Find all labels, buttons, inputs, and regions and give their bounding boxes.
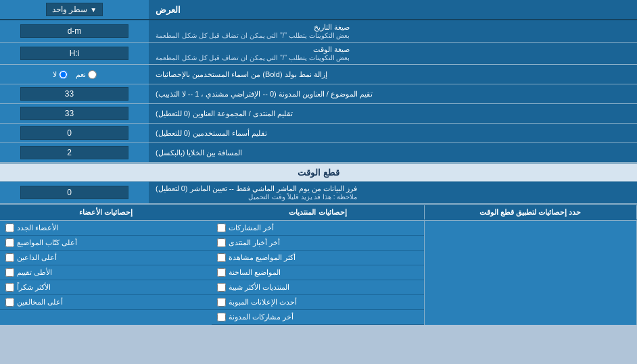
time-format-title: صيغة الوقت: [156, 45, 350, 54]
bold-radio-no-text: لا: [53, 70, 57, 79]
stats-post-check-1[interactable]: [217, 224, 226, 232]
stats-member-check-3[interactable]: [5, 253, 14, 262]
time-cutoff-input-container: [0, 182, 149, 203]
stats-member-check-2[interactable]: [5, 238, 14, 247]
stats-member-item-1: الأعضاء الجدد: [0, 221, 212, 236]
stats-post-item-4: المواضيع الساخنة: [212, 265, 423, 280]
single-line-dropdown-container: ▼ سطر واحد: [0, 0, 149, 19]
cell-spacing-input[interactable]: [20, 146, 128, 159]
time-cutoff-main: فرز البيانات من يوم الماشر الماشي فقط --…: [156, 184, 357, 193]
bold-remove-radio-container: نعم لا: [0, 65, 149, 84]
time-cutoff-label: فرز البيانات من يوم الماشر الماشي فقط --…: [149, 182, 637, 203]
stats-post-check-6[interactable]: [217, 298, 226, 307]
stats-limit-label: حدد إحصائيات لتطبيق قطع الوقت: [425, 205, 637, 219]
topic-order-label: تقيم الموضوع / العناوين المدونة (0 -- ال…: [149, 84, 637, 103]
time-format-input-container: [0, 43, 149, 64]
stats-post-label-1: أخر المشاركات: [229, 224, 274, 232]
stats-member-label-4: الأطى تقييم: [17, 268, 52, 277]
date-format-title: صيغة التاريخ: [156, 23, 350, 32]
stats-post-item-3: أكثر المواضيع مشاهدة: [212, 251, 423, 265]
time-format-sublabel: بعض التكوينات يتطلب "/" التي يمكن ان تضا…: [156, 54, 350, 61]
stats-body: أخر المشاركات أخر أخبار المنتدى أكثر الم…: [0, 221, 637, 325]
stats-member-item-2: أعلى كتّاب المواضيع: [0, 236, 212, 251]
stats-post-check-5[interactable]: [217, 283, 226, 292]
cell-spacing-input-container: [0, 143, 149, 162]
single-line-dropdown[interactable]: ▼ سطر واحد: [46, 3, 103, 16]
stats-member-label-6: أعلى المخالفين: [17, 298, 63, 307]
stats-post-item-2: أخر أخبار المنتدى: [212, 236, 423, 251]
stats-post-item-7: أخر مشاركات المدونة: [212, 310, 423, 325]
stats-post-item-1: أخر المشاركات: [212, 221, 423, 236]
stats-member-check-6[interactable]: [5, 298, 14, 307]
bold-radio-yes-label[interactable]: نعم: [76, 70, 97, 79]
stats-posts-header: إحصائيات المنتديات: [212, 205, 424, 219]
stats-post-label-4: المواضيع الساخنة: [229, 268, 281, 277]
stats-member-label-5: الأكثر شكراً: [17, 283, 51, 292]
stats-member-item-3: أعلى الداعين: [0, 251, 212, 265]
stats-members-header: إحصائيات الأعضاء: [0, 205, 212, 219]
time-cutoff-input[interactable]: [20, 186, 128, 199]
stats-post-label-3: أكثر المواضيع مشاهدة: [229, 253, 296, 262]
dropdown-arrow-icon: ▼: [90, 6, 97, 14]
bold-radio-yes-text: نعم: [76, 70, 86, 79]
user-names-label: تقليم أسماء المستخدمين (0 للتعطيل): [149, 124, 637, 142]
bold-radio-no-label[interactable]: لا: [53, 70, 68, 79]
time-format-input[interactable]: [20, 47, 128, 60]
stats-member-item-4: الأطى تقييم: [0, 265, 212, 280]
topic-order-input-container: [0, 84, 149, 103]
bold-radio-no[interactable]: [59, 70, 68, 79]
stats-post-label-7: أخر مشاركات المدونة: [229, 313, 293, 321]
time-cutoff-header: قطع الوقت: [0, 163, 637, 182]
stats-headers: حدد إحصائيات لتطبيق قطع الوقت إحصائيات ا…: [0, 205, 637, 221]
stats-post-check-3[interactable]: [217, 253, 226, 262]
forum-order-input[interactable]: [20, 107, 128, 120]
forum-order-input-container: [0, 104, 149, 123]
stats-member-label-1: الأعضاء الجدد: [17, 224, 58, 232]
stats-post-check-7[interactable]: [217, 313, 226, 321]
date-format-sublabel: بعض التكوينات يتطلب "/" التي يمكن ان تضا…: [156, 32, 350, 39]
stats-post-item-5: المنتديات الأكثر شبية: [212, 280, 423, 295]
stats-post-label-6: أحدث الإعلانات المبوبة: [229, 298, 297, 307]
forum-order-label: تقليم المنتدى / المجموعة العناوين (0 للت…: [149, 104, 637, 123]
stats-post-check-4[interactable]: [217, 268, 226, 277]
stats-member-item-6: أعلى المخالفين: [0, 295, 212, 310]
stats-posts-col: أخر المشاركات أخر أخبار المنتدى أكثر الم…: [212, 221, 424, 325]
stats-member-check-4[interactable]: [5, 268, 14, 277]
page-title: العرض: [149, 0, 637, 19]
bold-remove-label: إزالة نمط بولد (Bold) من اسماء المستخدمي…: [149, 65, 637, 84]
time-format-label: صيغة الوقت بعض التكوينات يتطلب "/" التي …: [149, 43, 637, 64]
bold-radio-group: نعم لا: [47, 70, 102, 79]
date-format-input[interactable]: [20, 24, 128, 38]
stats-post-item-6: أحدث الإعلانات المبوبة: [212, 295, 423, 310]
stats-post-label-2: أخر أخبار المنتدى: [229, 238, 280, 247]
stats-member-label-3: أعلى الداعين: [17, 253, 57, 262]
stats-limit-col: [425, 221, 637, 325]
user-names-input-container: [0, 124, 149, 142]
stats-post-label-5: المنتديات الأكثر شبية: [229, 283, 289, 292]
stats-member-label-2: أعلى كتّاب المواضيع: [17, 238, 77, 247]
stats-member-check-1[interactable]: [5, 224, 14, 232]
stats-post-check-2[interactable]: [217, 238, 226, 247]
cell-spacing-label: المسافة بين الخلايا (بالبكسل): [149, 143, 637, 162]
date-format-input-container: [0, 20, 149, 42]
user-names-input[interactable]: [20, 126, 128, 140]
bold-radio-yes[interactable]: [88, 70, 97, 79]
time-cutoff-note: ملاحظة : هذا قد يزيد قليلاً وقت التحميل: [156, 193, 357, 201]
topic-order-input[interactable]: [20, 87, 128, 101]
stats-member-item-5: الأكثر شكراً: [0, 280, 212, 295]
stats-section: حدد إحصائيات لتطبيق قطع الوقت إحصائيات ا…: [0, 204, 637, 325]
stats-members-col: الأعضاء الجدد أعلى كتّاب المواضيع أعلى ا…: [0, 221, 212, 325]
date-format-label: صيغة التاريخ بعض التكوينات يتطلب "/" الت…: [149, 20, 637, 42]
stats-member-check-5[interactable]: [5, 283, 14, 292]
